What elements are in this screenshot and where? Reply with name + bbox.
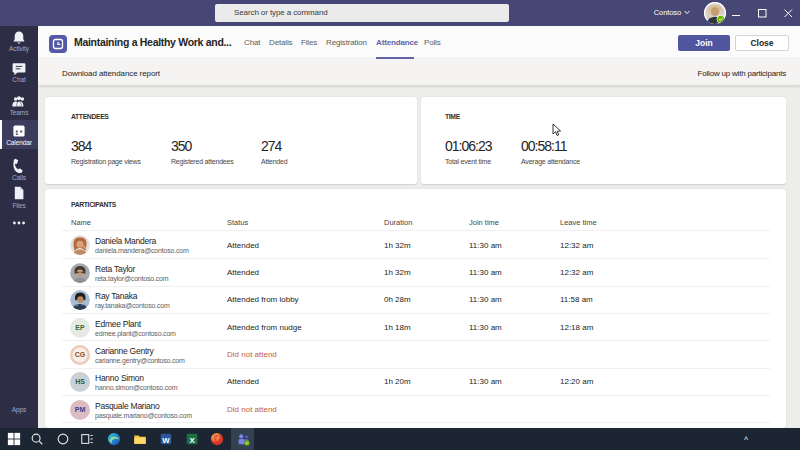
svg-text:X: X [189, 436, 195, 445]
svg-text:W: W [162, 436, 170, 445]
